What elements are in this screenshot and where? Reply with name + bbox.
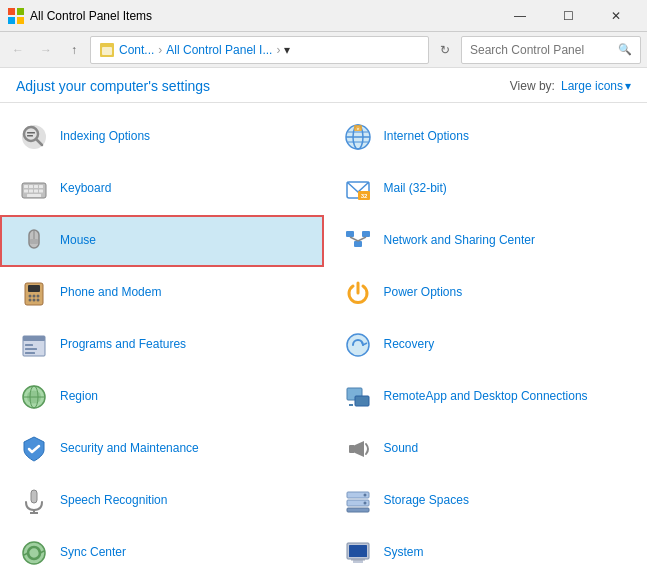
- region-label: Region: [60, 389, 98, 405]
- remoteapp-icon: [342, 381, 374, 413]
- sound-icon: [342, 433, 374, 465]
- sound-label: Sound: [384, 441, 419, 457]
- control-item-recovery[interactable]: Recovery: [324, 319, 648, 371]
- programs-features-icon: [18, 329, 50, 361]
- search-icon: 🔍: [618, 43, 632, 56]
- control-item-programs-features[interactable]: Programs and Features: [0, 319, 324, 371]
- titlebar-controls: — ☐ ✕: [497, 0, 639, 32]
- viewby-label: View by:: [510, 79, 555, 93]
- svg-point-68: [363, 494, 366, 497]
- control-item-speech-recognition[interactable]: Speech Recognition: [0, 475, 324, 527]
- keyboard-icon: [18, 173, 50, 205]
- svg-rect-35: [346, 231, 354, 237]
- svg-rect-37: [362, 231, 370, 237]
- control-item-sound[interactable]: Sound: [324, 423, 648, 475]
- titlebar-icon: [8, 8, 24, 24]
- system-label: System: [384, 545, 424, 561]
- viewby-button[interactable]: Large icons ▾: [561, 79, 631, 93]
- speech-recognition-label: Speech Recognition: [60, 493, 167, 509]
- internet-options-icon: e: [342, 121, 374, 153]
- breadcrumb-segment2: All Control Panel I...: [166, 43, 272, 57]
- close-button[interactable]: ✕: [593, 0, 639, 32]
- items-scroll[interactable]: Indexing OptionseInternet OptionsKeyboar…: [0, 103, 647, 582]
- svg-rect-26: [34, 190, 38, 193]
- svg-rect-24: [24, 190, 28, 193]
- control-item-network-sharing[interactable]: Network and Sharing Center: [324, 215, 648, 267]
- main-content: Adjust your computer's settings View by:…: [0, 68, 647, 582]
- breadcrumb[interactable]: Cont... › All Control Panel I... › ▾: [90, 36, 429, 64]
- titlebar-title: All Control Panel Items: [30, 9, 497, 23]
- control-item-region[interactable]: Region: [0, 371, 324, 423]
- mouse-label: Mouse: [60, 233, 96, 249]
- up-button[interactable]: ↑: [62, 38, 86, 62]
- control-item-keyboard[interactable]: Keyboard: [0, 163, 324, 215]
- control-item-mail-32bit[interactable]: 32Mail (32-bit): [324, 163, 648, 215]
- mail-32bit-label: Mail (32-bit): [384, 181, 447, 197]
- svg-rect-50: [25, 344, 33, 346]
- control-item-storage-spaces[interactable]: Storage Spaces: [324, 475, 648, 527]
- svg-rect-41: [28, 285, 40, 292]
- svg-text:32: 32: [360, 193, 367, 199]
- search-box[interactable]: 🔍: [461, 36, 641, 64]
- recovery-label: Recovery: [384, 337, 435, 353]
- recovery-icon: [342, 329, 374, 361]
- control-item-mouse[interactable]: Mouse: [0, 215, 324, 267]
- control-item-internet-options[interactable]: eInternet Options: [324, 111, 648, 163]
- control-item-system[interactable]: System: [324, 527, 648, 579]
- svg-rect-72: [349, 545, 367, 557]
- phone-modem-icon: [18, 277, 50, 309]
- network-sharing-label: Network and Sharing Center: [384, 233, 535, 249]
- svg-rect-10: [27, 135, 33, 137]
- region-icon: [18, 381, 50, 413]
- programs-features-label: Programs and Features: [60, 337, 186, 353]
- breadcrumb-sep1: ›: [158, 43, 162, 57]
- items-grid: Indexing OptionseInternet OptionsKeyboar…: [0, 111, 647, 579]
- svg-rect-22: [34, 185, 38, 188]
- svg-rect-36: [354, 241, 362, 247]
- svg-point-46: [33, 299, 36, 302]
- svg-rect-3: [17, 17, 24, 24]
- svg-rect-9: [27, 132, 35, 134]
- svg-rect-49: [23, 336, 45, 341]
- control-item-remoteapp[interactable]: RemoteApp and Desktop Connections: [324, 371, 648, 423]
- svg-rect-62: [31, 490, 37, 503]
- search-input[interactable]: [470, 43, 618, 57]
- mail-32bit-icon: 32: [342, 173, 374, 205]
- internet-options-label: Internet Options: [384, 129, 469, 145]
- svg-rect-27: [39, 190, 43, 193]
- svg-point-53: [347, 334, 369, 356]
- breadcrumb-sep2: ›: [276, 43, 280, 57]
- control-item-phone-modem[interactable]: Phone and Modem: [0, 267, 324, 319]
- control-item-sync-center[interactable]: Sync Center: [0, 527, 324, 579]
- speech-recognition-icon: [18, 485, 50, 517]
- control-item-power-options[interactable]: Power Options: [324, 267, 648, 319]
- back-button[interactable]: ←: [6, 38, 30, 62]
- svg-point-47: [37, 299, 40, 302]
- viewby-value: Large icons: [561, 79, 623, 93]
- refresh-button[interactable]: ↻: [433, 38, 457, 62]
- svg-point-45: [29, 299, 32, 302]
- storage-spaces-icon: [342, 485, 374, 517]
- power-options-label: Power Options: [384, 285, 463, 301]
- minimize-button[interactable]: —: [497, 0, 543, 32]
- security-maintenance-icon: [18, 433, 50, 465]
- breadcrumb-dropdown[interactable]: ▾: [284, 43, 290, 57]
- items-container: Indexing OptionseInternet OptionsKeyboar…: [0, 103, 647, 582]
- svg-point-69: [363, 502, 366, 505]
- addressbar: ← → ↑ Cont... › All Control Panel I... ›…: [0, 32, 647, 68]
- forward-button[interactable]: →: [34, 38, 58, 62]
- titlebar: All Control Panel Items — ☐ ✕: [0, 0, 647, 32]
- svg-rect-1: [17, 8, 24, 15]
- svg-rect-58: [355, 396, 369, 406]
- control-item-security-maintenance[interactable]: Security and Maintenance: [0, 423, 324, 475]
- toolbar: Adjust your computer's settings View by:…: [0, 68, 647, 103]
- remoteapp-label: RemoteApp and Desktop Connections: [384, 389, 588, 405]
- mouse-icon: [18, 225, 50, 257]
- control-item-indexing-options[interactable]: Indexing Options: [0, 111, 324, 163]
- svg-rect-0: [8, 8, 15, 15]
- maximize-button[interactable]: ☐: [545, 0, 591, 32]
- network-sharing-icon: [342, 225, 374, 257]
- phone-modem-label: Phone and Modem: [60, 285, 161, 301]
- svg-point-70: [23, 542, 45, 564]
- viewby-arrow: ▾: [625, 79, 631, 93]
